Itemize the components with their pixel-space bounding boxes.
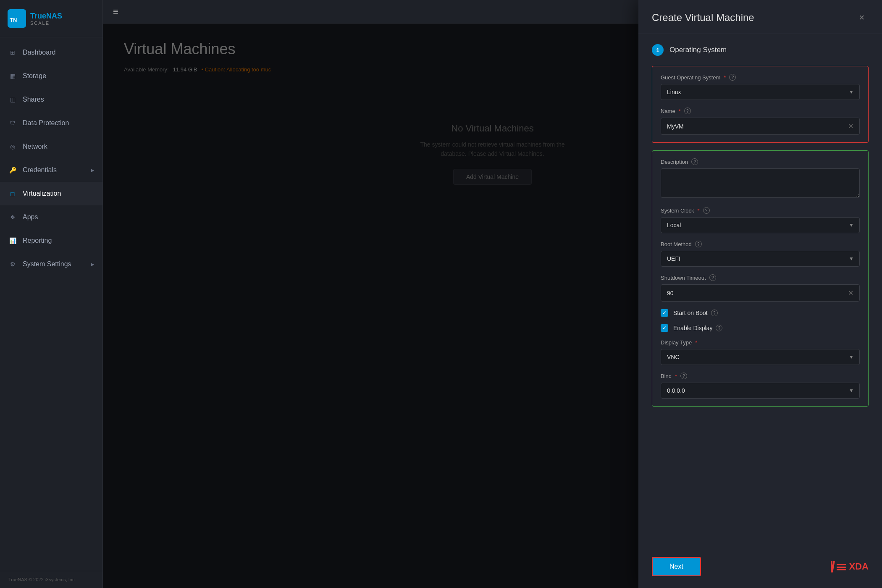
name-required-indicator: * — [679, 108, 681, 114]
guest-os-help-icon[interactable]: ? — [729, 74, 736, 81]
system-settings-chevron-icon: ▶ — [91, 262, 94, 267]
boot-method-help-icon[interactable]: ? — [695, 241, 702, 247]
app-subtitle: SCALE — [30, 21, 62, 26]
sidebar-item-label: System Settings — [23, 260, 71, 268]
start-on-boot-checkbox[interactable]: ✓ — [661, 309, 668, 317]
vm-name-input[interactable] — [667, 123, 848, 130]
virtualization-icon: ◻ — [8, 189, 17, 198]
modal-body: 1 Operating System Guest Operating Syste… — [638, 34, 882, 549]
sidebar-item-label: Dashboard — [23, 49, 55, 56]
sidebar-item-dashboard[interactable]: ⊞ Dashboard — [0, 41, 102, 64]
sidebar-item-credentials[interactable]: 🔑 Credentials ▶ — [0, 158, 102, 182]
sidebar-item-label: Virtualization — [23, 190, 61, 197]
guest-os-select[interactable]: Linux Windows FreeBSD Other — [661, 84, 860, 100]
enable-display-checkbox[interactable]: ✓ — [661, 324, 668, 332]
vm-name-label: Name * ? — [661, 108, 860, 114]
description-group: Description ? — [661, 158, 860, 200]
step-indicator: 1 Operating System — [652, 44, 869, 56]
sidebar-item-label: Network — [23, 143, 47, 150]
create-vm-modal: Create Virtual Machine × 1 Operating Sys… — [638, 0, 882, 588]
guest-os-select-wrapper: Linux Windows FreeBSD Other ▼ — [661, 84, 860, 100]
sidebar-item-label: Credentials — [23, 166, 57, 174]
system-clock-select[interactable]: Local UTC — [661, 217, 860, 233]
apps-icon: ❖ — [8, 213, 17, 221]
step-number: 1 — [652, 44, 664, 56]
sidebar-item-shares[interactable]: ◫ Shares — [0, 88, 102, 111]
sidebar-item-data-protection[interactable]: 🛡 Data Protection — [0, 111, 102, 135]
bind-select[interactable]: 0.0.0.0 127.0.0.1 — [661, 383, 860, 399]
boot-method-select-wrapper: UEFI BIOS UEFI-CSM ▼ — [661, 251, 860, 267]
enable-display-help-icon[interactable]: ? — [716, 325, 722, 331]
boot-method-label: Boot Method ? — [661, 241, 860, 247]
data-protection-icon: 🛡 — [8, 119, 17, 127]
display-type-group: Display Type * VNC SPICE ▼ — [661, 339, 860, 365]
display-type-select[interactable]: VNC SPICE — [661, 349, 860, 365]
system-clock-label: System Clock * ? — [661, 207, 860, 214]
sidebar: TN TrueNAS SCALE ⊞ Dashboard ▦ Storage ◫… — [0, 0, 103, 588]
storage-icon: ▦ — [8, 72, 17, 80]
modal-footer: Next XDA — [638, 549, 882, 588]
boot-method-group: Boot Method ? UEFI BIOS UEFI-CSM ▼ — [661, 241, 860, 267]
start-on-boot-help-icon[interactable]: ? — [711, 310, 718, 316]
description-textarea[interactable] — [661, 168, 860, 198]
modal-close-button[interactable]: × — [855, 11, 869, 24]
name-help-icon[interactable]: ? — [684, 108, 691, 114]
next-button[interactable]: Next — [652, 557, 701, 576]
shutdown-timeout-label: Shutdown Timeout ? — [661, 274, 860, 281]
display-type-select-wrapper: VNC SPICE ▼ — [661, 349, 860, 365]
sidebar-item-network[interactable]: ◎ Network — [0, 135, 102, 158]
sidebar-item-label: Apps — [23, 213, 38, 221]
display-type-label: Display Type * — [661, 339, 860, 346]
system-clock-group: System Clock * ? Local UTC ▼ — [661, 207, 860, 233]
shutdown-timeout-clear-icon[interactable]: ✕ — [848, 289, 853, 297]
shutdown-timeout-help-icon[interactable]: ? — [709, 274, 716, 281]
credentials-chevron-icon: ▶ — [91, 168, 94, 173]
enable-display-row: ✓ Enable Display ? — [661, 324, 860, 332]
shutdown-timeout-group: Shutdown Timeout ? ✕ — [661, 274, 860, 302]
sidebar-item-virtualization[interactable]: ◻ Virtualization — [0, 182, 102, 205]
guest-os-name-section: Guest Operating System * ? Linux Windows… — [652, 66, 869, 143]
sidebar-item-storage[interactable]: ▦ Storage — [0, 64, 102, 88]
menu-toggle-button[interactable]: ≡ — [113, 6, 118, 17]
boot-method-select[interactable]: UEFI BIOS UEFI-CSM — [661, 251, 860, 267]
app-name: TrueNAS — [30, 12, 62, 21]
bind-label: Bind * ? — [661, 373, 860, 379]
sidebar-item-system-settings[interactable]: ⚙ System Settings ▶ — [0, 252, 102, 276]
svg-rect-8 — [837, 569, 846, 570]
display-type-required-indicator: * — [695, 339, 697, 346]
sidebar-navigation: ⊞ Dashboard ▦ Storage ◫ Shares 🛡 Data Pr… — [0, 37, 102, 571]
svg-rect-7 — [837, 567, 846, 568]
start-on-boot-row: ✓ Start on Boot ? — [661, 309, 860, 317]
bind-required-indicator: * — [675, 373, 677, 379]
modal-title: Create Virtual Machine — [652, 12, 754, 24]
credentials-icon: 🔑 — [8, 166, 17, 174]
guest-os-label: Guest Operating System * ? — [661, 74, 860, 81]
reporting-icon: 📊 — [8, 236, 17, 245]
enable-display-checkmark: ✓ — [662, 325, 667, 331]
start-on-boot-checkmark: ✓ — [662, 310, 667, 316]
network-icon: ◎ — [8, 142, 17, 151]
sidebar-item-apps[interactable]: ❖ Apps — [0, 205, 102, 229]
advanced-options-section: Description ? System Clock * ? Local UTC — [652, 150, 869, 407]
xda-logo-icon — [831, 561, 846, 572]
sidebar-footer: TrueNAS © 2022 iXsystems, Inc. — [0, 571, 102, 588]
sidebar-item-label: Reporting — [23, 237, 52, 244]
sidebar-item-label: Storage — [23, 72, 46, 80]
description-help-icon[interactable]: ? — [691, 158, 698, 165]
modal-header: Create Virtual Machine × — [638, 0, 882, 34]
shutdown-timeout-input[interactable] — [667, 290, 848, 297]
xda-brand: XDA — [831, 561, 869, 572]
bind-group: Bind * ? 0.0.0.0 127.0.0.1 ▼ — [661, 373, 860, 399]
required-indicator: * — [724, 74, 726, 81]
system-clock-help-icon[interactable]: ? — [703, 207, 710, 214]
sidebar-item-label: Shares — [23, 96, 44, 103]
system-clock-select-wrapper: Local UTC ▼ — [661, 217, 860, 233]
enable-display-label-group: Enable Display ? — [673, 325, 722, 331]
step-label: Operating System — [669, 46, 727, 54]
vm-name-input-wrapper: ✕ — [661, 118, 860, 135]
shutdown-timeout-input-wrapper: ✕ — [661, 284, 860, 302]
bind-help-icon[interactable]: ? — [680, 373, 687, 379]
clock-required-indicator: * — [697, 207, 699, 214]
name-clear-icon[interactable]: ✕ — [848, 122, 853, 130]
sidebar-item-reporting[interactable]: 📊 Reporting — [0, 229, 102, 252]
